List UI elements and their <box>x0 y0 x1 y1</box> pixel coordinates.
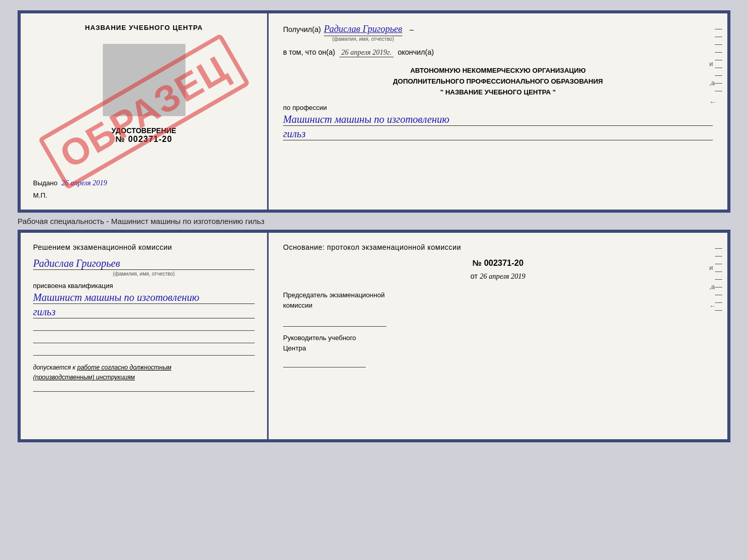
right-side-dashes <box>715 29 722 91</box>
bottom-right-side-dashes <box>715 248 722 311</box>
org-line1: АВТОНОМНУЮ НЕКОММЕРЧЕСКУЮ ОРГАНИЗАЦИЮ <box>283 66 713 76</box>
b-side-dash-7 <box>715 295 722 295</box>
bottom-left-panel: Решением экзаменационной комиссии Радисл… <box>21 233 269 439</box>
dopuskaetsya-prefix: допускается к <box>33 364 75 371</box>
final-line <box>33 385 255 392</box>
b-side-dash-5 <box>715 279 722 280</box>
b-side-dash-1 <box>715 248 722 249</box>
photo-placeholder <box>103 44 185 116</box>
top-left-panel: НАЗВАНИЕ УЧЕБНОГО ЦЕНТРА УДОСТОВЕРЕНИЕ №… <box>21 13 269 210</box>
org-line3: " НАЗВАНИЕ УЧЕБНОГО ЦЕНТРА " <box>283 87 713 98</box>
po-professii-label: по профессии <box>283 104 713 111</box>
profession-line2: гильз <box>283 128 713 140</box>
bottom-right-date-line: от 26 апреля 2019 <box>283 272 713 281</box>
vydano-line: Выдано 26 апреля 2019 <box>33 169 255 187</box>
b-margin-letter-arrow: ← <box>709 302 716 310</box>
bottom-left-name: Радислав Григорьев <box>33 258 255 270</box>
dopuskaetsya-main-text: работе согласно должностным <box>77 364 171 371</box>
margin-letter-arrow: ← <box>709 98 716 106</box>
side-dash-7 <box>715 75 722 76</box>
v-tom-label: в том, что он(а) <box>283 48 335 56</box>
side-dash-2 <box>715 37 722 37</box>
vydano-date: 26 апреля 2019 <box>61 179 107 187</box>
side-dash-3 <box>715 44 722 45</box>
b-side-dash-8 <box>715 302 722 303</box>
bottom-left-qual-line1: Машинист машины по изготовлению <box>33 292 255 304</box>
cert-number: № 002371-20 <box>33 135 255 144</box>
bottom-right-panel: Основание: протокол экзаменационной коми… <box>269 233 727 439</box>
document-container: НАЗВАНИЕ УЧЕБНОГО ЦЕНТРА УДОСТОВЕРЕНИЕ №… <box>18 10 730 442</box>
side-dash-1 <box>715 29 722 29</box>
blank-line-3 <box>33 346 255 356</box>
poluchil-name: Радислав Григорьев <box>324 24 402 36</box>
b-side-dash-6 <box>715 287 722 287</box>
poluchil-label: Получил(а) <box>283 25 321 34</box>
dash1: – <box>410 25 414 34</box>
b-side-dash-3 <box>715 264 722 264</box>
b-margin-letter-i: и <box>709 264 716 271</box>
okonchil-label: окончил(а) <box>398 48 434 56</box>
rukovoditel-sig-line <box>283 355 366 367</box>
rukovoditel-line2: Центра <box>283 343 713 354</box>
rukovoditel-block: Руководитель учебного Центра <box>283 333 713 353</box>
cert-title: УДОСТОВЕРЕНИЕ <box>33 126 255 135</box>
rukovoditel-line1: Руководитель учебного <box>283 333 713 343</box>
cert-block: УДОСТОВЕРЕНИЕ № 002371-20 <box>33 126 255 144</box>
bottom-right-osnov: Основание: протокол экзаменационной коми… <box>283 243 713 251</box>
predsedatel-line2: комиссии <box>283 300 713 311</box>
subtitle-line: Рабочая специальность - Машинист машины … <box>18 213 730 230</box>
dopuskaetsya-text2: (производственным) инструкциям <box>33 374 135 381</box>
top-right-panel: Получил(а) Радислав Григорьев (фамилия, … <box>269 13 727 210</box>
blank-line-1 <box>33 322 255 331</box>
profession-line1: Машинист машины по изготовлению <box>283 114 713 126</box>
mp-label: М.П. <box>33 191 255 199</box>
side-dash-4 <box>715 52 722 53</box>
ot-label: от <box>471 272 478 280</box>
margin-letters: и ,а ← <box>709 60 716 106</box>
b-side-dash-9 <box>715 310 722 311</box>
dopuskaetsya-paragraph: допускается к работе согласно должностны… <box>33 363 255 382</box>
org-block: АВТОНОМНУЮ НЕКОММЕРЧЕСКУЮ ОРГАНИЗАЦИЮ ДО… <box>283 66 713 98</box>
side-dash-5 <box>715 60 722 60</box>
margin-letter-a: ,а <box>709 79 716 87</box>
bottom-right-date-val: 26 апреля 2019 <box>480 273 525 280</box>
bottom-margin-letters: и ,а ← <box>709 264 716 310</box>
margin-letter-i: и <box>709 60 716 68</box>
side-dash-6 <box>715 68 722 68</box>
b-side-dash-2 <box>715 256 722 257</box>
bottom-document: Решением экзаменационной комиссии Радисл… <box>18 230 730 442</box>
top-left-title: НАЗВАНИЕ УЧЕБНОГО ЦЕНТРА <box>33 24 255 31</box>
fio-hint-top: (фамилия, имя, отчество) <box>332 36 394 42</box>
side-dash-9 <box>715 91 722 91</box>
bottom-left-title: Решением экзаменационной комиссии <box>33 243 255 251</box>
predsedatel-sig-line <box>283 312 386 327</box>
v-tom-line: в том, что он(а) 26 апреля 2019г. окончи… <box>283 48 713 57</box>
b-side-dash-4 <box>715 271 722 272</box>
bottom-right-number: № 002371-20 <box>283 259 713 268</box>
side-dash-8 <box>715 83 722 84</box>
bottom-left-qual-line2: гильз <box>33 306 255 318</box>
bottom-left-fio-hint: (фамилия, имя, отчество) <box>33 271 255 277</box>
org-line2: ДОПОЛНИТЕЛЬНОГО ПРОФЕССИОНАЛЬНОГО ОБРАЗО… <box>283 76 713 87</box>
blank-line-2 <box>33 334 255 343</box>
v-tom-date: 26 апреля 2019г. <box>339 49 394 57</box>
vydano-label: Выдано <box>33 179 57 187</box>
predsedatel-line1: Председатель экзаменационной <box>283 290 713 300</box>
b-margin-letter-a: ,а <box>709 283 716 291</box>
predsedatel-block: Председатель экзаменационной комиссии <box>283 290 713 310</box>
poluchil-line: Получил(а) Радислав Григорьев (фамилия, … <box>283 24 713 42</box>
top-document: НАЗВАНИЕ УЧЕБНОГО ЦЕНТРА УДОСТОВЕРЕНИЕ №… <box>18 10 730 213</box>
bottom-left-prisvoyena: присвоена квалификация <box>33 282 255 290</box>
